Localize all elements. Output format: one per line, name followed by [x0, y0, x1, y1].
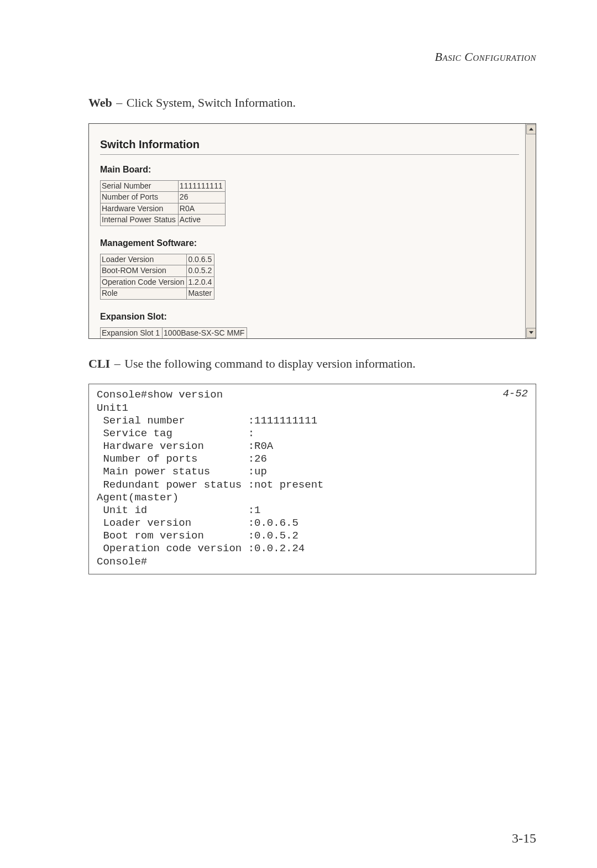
page-number: 3-15: [512, 831, 536, 846]
panel-divider: [100, 154, 519, 155]
cell-value: 1111111111: [178, 180, 225, 192]
cell-value: R0A: [178, 203, 225, 215]
web-intro-rest: Click System, Switch Information.: [127, 96, 296, 109]
cell-value: 1000Base-SX-SC MMF: [163, 327, 247, 339]
table-row: Expansion Slot 1 1000Base-SX-SC MMF: [101, 327, 247, 339]
cli-page-ref: 4-52: [502, 388, 528, 400]
table-row: Internal Power Status Active: [101, 215, 226, 226]
scroll-down-button[interactable]: [526, 328, 536, 338]
web-content: Switch Information Main Board: Serial Nu…: [89, 124, 536, 339]
cell-key: Role: [101, 288, 187, 300]
web-intro-bold: Web: [88, 96, 112, 109]
expansion-table: Expansion Slot 1 1000Base-SX-SC MMF Expa…: [100, 327, 247, 339]
cell-key: Serial Number: [101, 180, 179, 192]
cell-value: 1.2.0.4: [187, 276, 214, 288]
cell-value: 0.0.6.5: [187, 254, 214, 265]
cli-text: Console#show version Unit1 Serial number…: [97, 389, 323, 567]
manual-page: Basic Configuration Web – Click System, …: [0, 0, 597, 868]
section-expansion-heading: Expansion Slot:: [100, 312, 519, 322]
web-intro-paragraph: Web – Click System, Switch Information.: [88, 95, 536, 111]
cell-key: Operation Code Version: [101, 276, 187, 288]
running-head: Basic Configuration: [88, 50, 536, 64]
cli-intro-rest: Use the following command to display ver…: [124, 357, 416, 370]
section-mgmt-heading: Management Software:: [100, 238, 519, 248]
cli-intro-bold: CLI: [88, 357, 110, 370]
chevron-up-icon: [529, 128, 533, 130]
scroll-up-button[interactable]: [526, 124, 536, 134]
panel-title: Switch Information: [100, 138, 519, 151]
table-row: Loader Version 0.0.6.5: [101, 254, 214, 265]
cell-key: Number of Ports: [101, 192, 179, 203]
cli-intro-paragraph: CLI – Use the following command to displ…: [88, 355, 536, 372]
table-row: Boot-ROM Version 0.0.5.2: [101, 265, 214, 277]
table-row: Serial Number 1111111111: [101, 180, 226, 192]
main-board-table: Serial Number 1111111111 Number of Ports…: [100, 180, 226, 226]
table-row: Role Master: [101, 288, 214, 300]
cli-output-box: 4-52Console#show version Unit1 Serial nu…: [88, 384, 536, 574]
table-row: Operation Code Version 1.2.0.4: [101, 276, 214, 288]
dash: –: [112, 96, 127, 109]
cell-value: 26: [178, 192, 225, 203]
cell-value: Active: [178, 215, 225, 226]
cell-key: Loader Version: [101, 254, 187, 265]
cell-value: Master: [187, 288, 214, 300]
cell-key: Expansion Slot 1: [101, 327, 163, 339]
chevron-down-icon: [529, 331, 533, 334]
web-screenshot-frame: Switch Information Main Board: Serial Nu…: [88, 123, 536, 339]
section-main-board-heading: Main Board:: [100, 165, 519, 175]
cell-key: Internal Power Status: [101, 215, 179, 226]
mgmt-table: Loader Version 0.0.6.5 Boot-ROM Version …: [100, 254, 214, 300]
table-row: Number of Ports 26: [101, 192, 226, 203]
table-row: Hardware Version R0A: [101, 203, 226, 215]
dash: –: [110, 357, 124, 370]
scrollbar[interactable]: [525, 124, 536, 338]
cell-key: Boot-ROM Version: [101, 265, 187, 277]
cell-key: Hardware Version: [101, 203, 179, 215]
cell-value: 0.0.5.2: [187, 265, 214, 277]
